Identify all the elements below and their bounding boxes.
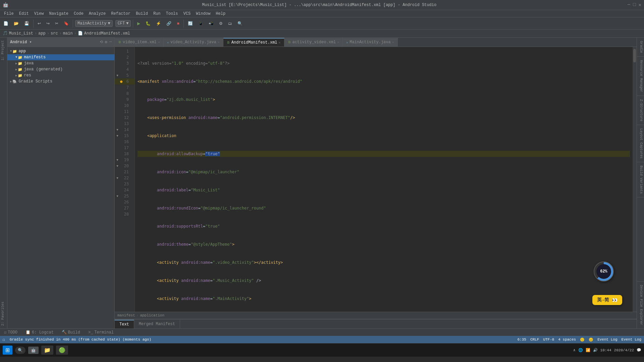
- tab-activity-video[interactable]: 🗎 activity_video.xml ✕: [284, 38, 343, 47]
- menu-window[interactable]: Window: [193, 11, 213, 17]
- menu-file[interactable]: File: [1, 11, 16, 17]
- menu-build[interactable]: Build: [133, 11, 151, 17]
- sdk-manager-button[interactable]: ⚙: [217, 20, 225, 27]
- layout-captures-side-tab[interactable]: Layout Captures: [637, 125, 644, 162]
- toolbar-cut[interactable]: ✂: [53, 20, 60, 27]
- tray-wifi[interactable]: 📶: [586, 348, 590, 352]
- right-scrollbar[interactable]: [633, 47, 637, 312]
- status-line-ending[interactable]: CRLF: [530, 338, 539, 342]
- floating-translator-widget[interactable]: 英→简 👀: [592, 295, 622, 305]
- floating-ball-widget[interactable]: 62%: [594, 261, 614, 282]
- panel-close-icon[interactable]: ─: [109, 40, 112, 45]
- nav-app[interactable]: app: [38, 31, 46, 36]
- tray-keyboard[interactable]: 🌐: [578, 348, 583, 352]
- toolbar-save[interactable]: 💾: [22, 20, 31, 27]
- nav-music-list[interactable]: Music_List: [9, 31, 33, 36]
- favorites-tool[interactable]: 2: Favorites: [0, 299, 6, 328]
- toolbar-undo[interactable]: ↩: [36, 20, 43, 27]
- menu-edit[interactable]: Edit: [16, 11, 32, 17]
- tab-close-main-activity[interactable]: ✕: [392, 40, 394, 44]
- nav-manifest[interactable]: 📄: [78, 31, 83, 36]
- tree-item-java[interactable]: ▶ 📁 java: [7, 60, 114, 66]
- build-tab[interactable]: 🔨 Build: [60, 329, 82, 336]
- menu-view[interactable]: View: [32, 11, 47, 17]
- tree-item-app[interactable]: ▼ 📁 app: [7, 48, 114, 54]
- search-everywhere[interactable]: 🔍: [235, 20, 245, 27]
- tray-up-icon[interactable]: ∧: [573, 348, 576, 352]
- tree-item-manifests[interactable]: ▼ 📁 manifests: [7, 54, 114, 60]
- tab-text[interactable]: Text: [115, 320, 134, 328]
- taskbar-android-studio[interactable]: 🤖: [28, 347, 39, 354]
- tab-close-android-manifest[interactable]: ✕: [279, 41, 281, 45]
- tree-item-gradle[interactable]: ▶ 🐘 Gradle Scripts: [7, 78, 114, 84]
- menu-help[interactable]: Help: [213, 11, 228, 17]
- breadcrumb-application[interactable]: application: [140, 313, 164, 317]
- status-encoding[interactable]: UTF-8: [543, 338, 554, 342]
- event-log[interactable]: Event Log: [597, 338, 617, 342]
- stop-button[interactable]: ■: [175, 20, 181, 27]
- tree-item-java-generated[interactable]: ▶ 📁 java (generated): [7, 66, 114, 72]
- attach-button[interactable]: 🔗: [164, 20, 173, 27]
- tab-video-activity[interactable]: ☕ video_Activity.java ✕: [164, 38, 223, 47]
- avd-button[interactable]: 📲: [207, 20, 216, 27]
- nav-src[interactable]: src: [51, 31, 58, 36]
- breadcrumb-manifest[interactable]: manifest: [117, 313, 135, 317]
- tab-merged-manifest[interactable]: Merged Manifest: [134, 320, 180, 328]
- fold-14[interactable]: ▼: [115, 127, 120, 133]
- taskbar-app3[interactable]: 🟢: [56, 346, 68, 355]
- tab-android-manifest[interactable]: 🗎 AndroidManifest.xml ✕: [223, 38, 284, 47]
- scrollbar-thumb[interactable]: [633, 49, 636, 62]
- start-button[interactable]: ⊞: [3, 346, 12, 355]
- structure-button[interactable]: 🗂: [226, 20, 234, 27]
- profile-button[interactable]: ⚡: [154, 20, 163, 27]
- todo-tab[interactable]: ☑ TODO: [3, 329, 19, 336]
- menu-analyze[interactable]: Analyze: [86, 11, 108, 17]
- tree-item-res[interactable]: ▶ 📁 res: [7, 72, 114, 78]
- menu-refactor[interactable]: Refactor: [108, 11, 133, 17]
- menu-code[interactable]: Code: [71, 11, 86, 17]
- fold-19[interactable]: ▼: [115, 157, 120, 163]
- menu-run[interactable]: Run: [151, 11, 163, 17]
- project-tool[interactable]: 1: Project: [0, 38, 6, 63]
- fold-25[interactable]: ▼: [115, 193, 120, 199]
- tab-close-video-item[interactable]: ✕: [158, 40, 160, 44]
- logcat-tab[interactable]: 📋 6: Logcat: [24, 329, 55, 336]
- close-icon[interactable]: ✕: [639, 2, 641, 8]
- sync-icon[interactable]: ⟲: [100, 40, 103, 45]
- menu-tools[interactable]: Tools: [163, 11, 181, 17]
- tray-volume[interactable]: 🔊: [593, 348, 598, 352]
- fold-15[interactable]: ▼: [115, 133, 120, 139]
- code-editor[interactable]: <?xml version="1.0" encoding="utf-8"?> <…: [135, 47, 633, 312]
- event-log-label[interactable]: Event Log: [622, 338, 641, 342]
- taskbar-file-explorer[interactable]: 📁: [41, 346, 53, 355]
- taskbar-search[interactable]: 🔍: [15, 347, 25, 354]
- android-dropdown[interactable]: Android ▾: [10, 40, 32, 45]
- nav-manifest-file[interactable]: AndroidManifest.xml: [84, 31, 130, 36]
- device-file-explorer-side-tab[interactable]: Device File Explorer: [637, 281, 644, 328]
- toolbar-new[interactable]: 📄: [1, 20, 10, 27]
- tab-close-activity-video[interactable]: ✕: [337, 40, 339, 44]
- z-structure-side-tab[interactable]: Z-Structure: [637, 96, 644, 125]
- maximize-icon[interactable]: □: [633, 2, 636, 8]
- tab-main-activity[interactable]: ☕ MainActivity.java ✕: [343, 38, 397, 47]
- run-button[interactable]: ▶: [135, 20, 142, 27]
- status-line[interactable]: 6:35: [518, 338, 526, 342]
- resource-manager-side-tab[interactable]: Resource Manager: [637, 57, 644, 96]
- run-config-dropdown[interactable]: MainActivity ▼: [75, 20, 113, 27]
- status-indent[interactable]: 4 spaces: [558, 338, 576, 342]
- menu-navigate[interactable]: Navigate: [46, 11, 71, 17]
- toolbar-bookmark[interactable]: 🔖: [62, 20, 71, 27]
- minimize-icon[interactable]: ─: [628, 2, 630, 8]
- nav-main[interactable]: main: [63, 31, 73, 36]
- tray-notification[interactable]: 💬: [637, 348, 641, 352]
- terminal-tab[interactable]: >_ Terminal: [87, 329, 115, 336]
- cft-dropdown[interactable]: CFT ▼: [115, 20, 131, 27]
- menu-vcs[interactable]: VCS: [181, 11, 194, 17]
- gradle-side-tab[interactable]: Gradle: [637, 38, 644, 57]
- gear-icon[interactable]: ⚙: [105, 40, 107, 45]
- fold-22[interactable]: ▼: [115, 175, 120, 181]
- toolbar-open[interactable]: 📂: [12, 20, 21, 27]
- fold-5[interactable]: ▼: [115, 72, 120, 78]
- fold-20[interactable]: ▼: [115, 163, 120, 169]
- sdk-button[interactable]: 📱: [196, 20, 205, 27]
